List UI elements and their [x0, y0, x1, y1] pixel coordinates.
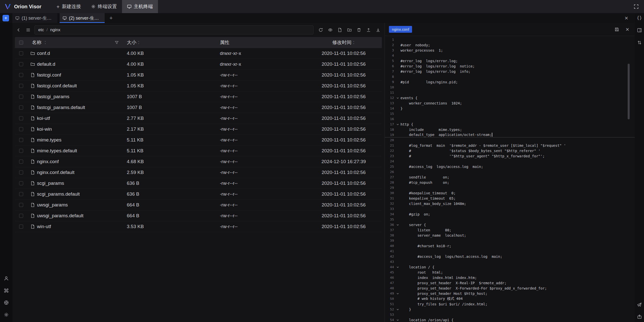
row-checkbox[interactable] — [19, 95, 23, 99]
code-line[interactable]: 26 — [385, 169, 635, 174]
code-line[interactable]: 54 location /orion/api { — [385, 317, 635, 322]
table-row[interactable]: conf.d4.00 KBdrwxr-xr-x2020-11-01 10:02:… — [15, 48, 382, 59]
fold-icon[interactable] — [395, 292, 400, 295]
code-line[interactable]: 43 — [385, 259, 635, 264]
code-line[interactable]: 19 default_type application/octet-stream… — [385, 132, 635, 137]
download-icon[interactable] — [375, 27, 381, 33]
code-line[interactable]: 38 server_name localhost; — [385, 233, 635, 238]
code-line[interactable]: 24 — [385, 159, 635, 164]
code-line[interactable]: 23 # '"$http_user_agent" "$http_x_forwar… — [385, 153, 635, 159]
fullscreen-icon[interactable] — [633, 3, 639, 10]
settings-gear-icon[interactable] — [3, 311, 10, 318]
code-editor[interactable]: 12#user nobody;3worker_processes 1;45#er… — [385, 36, 635, 322]
code-line[interactable]: 44 location / { — [385, 264, 635, 270]
close-editor-icon[interactable]: × — [624, 26, 631, 33]
send-command-icon[interactable] — [636, 301, 643, 308]
code-line[interactable]: 50 # web history 模式 404 — [385, 296, 635, 301]
upload-icon[interactable] — [365, 27, 372, 33]
table-row[interactable]: scgi_params.default636 B-rw-r--r--2020-1… — [15, 189, 382, 200]
breadcrumb[interactable]: etc/nginx — [34, 25, 313, 34]
code-line[interactable]: 20 — [385, 137, 635, 143]
refresh-icon[interactable] — [317, 27, 324, 33]
code-line[interactable]: 36 server { — [385, 222, 635, 227]
code-line[interactable]: 41 — [385, 248, 635, 254]
code-line[interactable]: 27 sendfile on; — [385, 174, 635, 180]
menu-host-terminal[interactable]: 主机终端 — [122, 0, 158, 13]
code-line[interactable]: 13 worker_connections 1024; — [385, 100, 635, 106]
code-line[interactable]: 47 proxy_set_header X-Real-IP $remote_ad… — [385, 280, 635, 285]
row-checkbox[interactable] — [19, 160, 23, 164]
code-line[interactable]: 15 — [385, 111, 635, 116]
code-line[interactable]: 32 client_max_body_size 1048m; — [385, 201, 635, 206]
table-row[interactable]: nginx.conf4.68 KB-rw-r--r--2024-12-10 16… — [15, 156, 382, 167]
code-line[interactable]: 1 — [385, 37, 635, 42]
code-line[interactable]: 10 — [385, 85, 635, 90]
code-line[interactable]: 28 #tcp_nopush on; — [385, 180, 635, 185]
code-line[interactable]: 7#error_log logs/error.log info; — [385, 69, 635, 74]
row-checkbox[interactable] — [19, 203, 23, 207]
menu-terminal-settings[interactable]: 终端设置 — [86, 0, 122, 13]
code-line[interactable]: 33 — [385, 206, 635, 211]
table-row[interactable]: scgi_params636 B-rw-r--r--2020-11-01 10:… — [15, 178, 382, 189]
row-checkbox[interactable] — [19, 149, 23, 153]
list-view-icon[interactable] — [25, 27, 31, 33]
fold-icon[interactable] — [395, 308, 400, 311]
close-panel-icon[interactable]: × — [625, 15, 628, 21]
export-icon[interactable] — [636, 313, 643, 320]
code-line[interactable]: 14} — [385, 106, 635, 111]
code-line[interactable]: 5#error_log logs/error.log; — [385, 58, 635, 63]
table-row[interactable]: fastcgi.conf.default1.05 KB-rw-r--r--202… — [15, 81, 382, 91]
row-checkbox[interactable] — [19, 192, 23, 196]
code-line[interactable]: 11 — [385, 90, 635, 95]
code-line[interactable]: 51 try_files $uri $uri/ /index.html; — [385, 301, 635, 307]
table-row[interactable]: koi-win2.17 KB-rw-r--r--2020-11-01 10:02… — [15, 124, 382, 135]
code-line[interactable]: 21 #log_format main '$remote_addr - $rem… — [385, 143, 635, 148]
code-line[interactable]: 52 } — [385, 307, 635, 312]
code-line[interactable]: 39 — [385, 238, 635, 243]
row-checkbox[interactable] — [19, 181, 23, 185]
back-icon[interactable] — [15, 27, 22, 33]
row-checkbox[interactable] — [19, 138, 23, 142]
row-checkbox[interactable] — [19, 51, 23, 55]
code-line[interactable]: 3worker_processes 1; — [385, 48, 635, 53]
table-row[interactable]: mime.types5.11 KB-rw-r--r--2020-11-01 10… — [15, 135, 382, 146]
code-line[interactable]: 42 #access_log logs/host.access.log main… — [385, 254, 635, 259]
trash-icon[interactable] — [356, 27, 362, 33]
code-line[interactable]: 16 — [385, 116, 635, 122]
code-line[interactable]: 31 keepalive_timeout 65; — [385, 196, 635, 201]
row-checkbox[interactable] — [19, 225, 23, 229]
show-hidden-eye-icon[interactable] — [327, 27, 334, 33]
tab-server-1[interactable]: (1) server-生产-1 — [12, 13, 57, 23]
tab-server-2[interactable]: (2) server-生产-1 — [60, 13, 105, 23]
table-row[interactable]: koi-utf2.77 KB-rw-r--r--2020-11-01 10:02… — [15, 113, 382, 124]
table-row[interactable]: default.d4.00 KBdrwxr-xr-x2020-11-01 10:… — [15, 59, 382, 70]
code-line[interactable]: 9#pid logs/nginx.pid; — [385, 79, 635, 85]
select-all-checkbox[interactable] — [19, 41, 23, 45]
command-shortcut-icon[interactable] — [3, 287, 10, 294]
code-line[interactable]: 2#user nobody; — [385, 42, 635, 48]
table-row[interactable]: fastcgi_params.default1007 B-rw-r--r--20… — [15, 102, 382, 113]
swap-vertical-icon[interactable] — [636, 39, 643, 46]
code-line[interactable]: 53 — [385, 312, 635, 317]
panel-layout-icon[interactable] — [636, 27, 643, 33]
fold-icon[interactable] — [395, 318, 400, 321]
row-checkbox[interactable] — [19, 84, 23, 88]
new-folder-icon[interactable] — [346, 27, 353, 33]
row-checkbox[interactable] — [19, 116, 23, 120]
code-line[interactable]: 22 # '$status $body_bytes_sent "$http_re… — [385, 148, 635, 153]
code-line[interactable]: 17http { — [385, 122, 635, 127]
row-checkbox[interactable] — [19, 170, 23, 174]
fold-icon[interactable] — [395, 123, 400, 126]
row-checkbox[interactable] — [19, 214, 23, 218]
row-checkbox[interactable] — [19, 127, 23, 131]
new-file-icon[interactable] — [337, 27, 343, 33]
table-row[interactable]: mime.types.default5.11 KB-rw-r--r--2020-… — [15, 146, 382, 156]
support-icon[interactable] — [3, 299, 10, 306]
code-line[interactable]: 48 proxy_set_header X-Forwarded-For $pro… — [385, 285, 635, 291]
table-row[interactable]: win-utf3.53 KB-rw-r--r--2020-11-01 10:02… — [15, 221, 382, 232]
table-row[interactable]: uwsgi_params664 B-rw-r--r--2020-11-01 10… — [15, 200, 382, 210]
row-checkbox[interactable] — [19, 73, 23, 77]
save-icon[interactable] — [614, 26, 620, 33]
sftp-braces-icon[interactable]: {} — [636, 15, 643, 21]
table-row[interactable]: nginx.conf.default2.59 KB-rw-r--r--2020-… — [15, 167, 382, 178]
